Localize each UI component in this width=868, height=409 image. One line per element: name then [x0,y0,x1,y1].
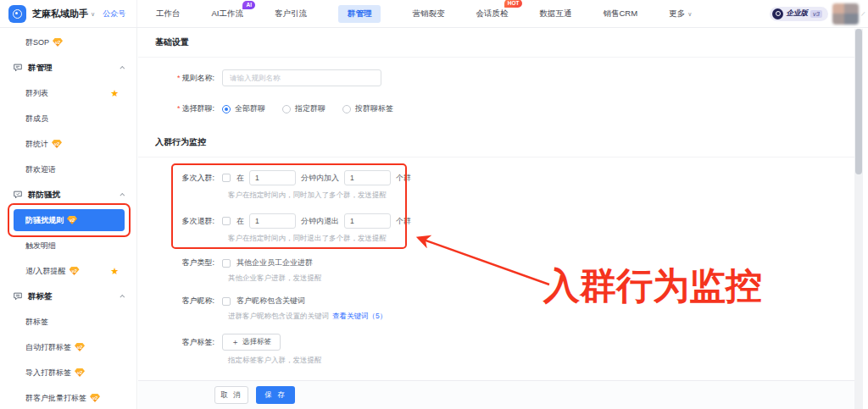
user-avatar[interactable] [832,3,859,25]
group-select-row: *选择群聊: 全部群聊 指定群聊 按群聊标签 [155,103,854,114]
version-badge: v3 [810,10,822,18]
favorite-star-icon[interactable] [110,89,119,98]
v2-gem-badge: v2 [75,343,85,351]
brand-area[interactable]: 芝麻私域助手 ∨ 公众号 [0,0,137,27]
form-footer: 取 消 保 存 [138,380,854,409]
v2-gem-badge: v2 [75,368,85,377]
nav-workbench[interactable]: 工作台 [156,5,181,23]
scrollbar-track[interactable] [854,29,863,409]
enterprise-logo-icon [772,8,783,19]
sidebar-item-auto-tag[interactable]: 自动打群标签v2 [0,334,136,360]
customer-type-help: 其他企业客户进群，发送提醒 [228,274,854,284]
sidebar-item-group-members[interactable]: 群成员 [0,106,136,131]
sidebar-item-group-list[interactable]: 群列表 [0,80,136,106]
nav-customer-acquisition[interactable]: 客户引流 [275,5,307,23]
sidebar-item-anti-harass-rules[interactable]: 防骚扰规则v2 [0,207,136,233]
customer-nickname-group: 客户昵称: 客户昵称包含关键词 进群客户昵称包含设置的关键词查看关键词（5） [155,296,854,322]
sidebar-section-group-anti-harass[interactable]: 群防骚扰 [0,182,136,207]
join-monitor-form: 多次入群: 在 分钟内加入 个群 客户在指定时间内，同时加入了多个群，发送提醒 … [138,158,854,366]
highlighted-rules: 多次入群: 在 分钟内加入 个群 客户在指定时间内，同时加入了多个群，发送提醒 … [155,170,854,244]
sidebar: 群SOPv2 群管理 群列表 群成员 群统计v2 群欢迎语 群防骚扰 防骚扰规则… [0,28,137,409]
chevron-up-icon [120,66,125,71]
app-logo-icon [8,5,26,23]
nav-sales-crm[interactable]: 销售CRM [603,5,637,23]
quit-minutes-input[interactable] [249,213,296,229]
view-keywords-link[interactable]: 查看关键词（5） [332,312,387,320]
customer-tag-group: 客户标签: ＋ 选择标签 指定标签客户入群，发送提醒 [155,334,854,366]
sidebar-item-group-welcome[interactable]: 群欢迎语 [0,157,136,182]
sidebar-item-group-sop[interactable]: 群SOPv2 [0,30,136,55]
customer-nickname-label: 客户昵称: [155,296,214,307]
radio-button[interactable] [342,105,351,113]
basic-settings-form: *规则名称: *选择群聊: 全部群聊 指定群聊 按群聊标签 [138,58,854,128]
chevron-up-icon [120,193,125,198]
customer-tag-label: 客户标签: [155,337,214,348]
nav-ai-workflow[interactable]: AI工作流 AI [212,5,243,23]
radio-by-group-tag[interactable]: 按群聊标签 [342,103,393,114]
sidebar-section-group-tags[interactable]: 群标签 [0,284,136,309]
rule-name-label: *规则名称: [155,73,214,84]
multi-quit-help: 客户在指定时间内，同时退出了多个群，发送提醒 [228,234,854,244]
hot-badge: HOT [504,0,523,8]
sidebar-item-join-leave-reminder[interactable]: 退/入群提醒v2 [0,258,136,284]
radio-specified-groups[interactable]: 指定群聊 [282,103,326,114]
tag-chat-icon [13,291,23,301]
multi-join-checkbox[interactable] [222,174,231,182]
v2-gem-badge: v2 [70,267,80,275]
group-select-label: *选择群聊: [155,103,214,114]
v2-gem-badge: v2 [53,38,63,47]
rule-name-input[interactable] [222,69,381,86]
nav-more[interactable]: 更多∨ [669,5,692,23]
sidebar-item-trigger-details[interactable]: 触发明细 [0,233,136,258]
save-button[interactable]: 保 存 [256,386,295,404]
chat-group-icon [13,63,23,73]
rule-name-row: *规则名称: [155,69,854,86]
app-window: 芝麻私域助手 ∨ 公众号 工作台 AI工作流 AI 客户引流 群管理 营销裂变 … [0,0,868,409]
selected-item-pill[interactable]: 防骚扰规则v2 [14,209,125,231]
customer-tag-help: 指定标签客户入群，发送提醒 [228,356,854,366]
enterprise-badge[interactable]: 企业版 v3 [770,7,827,21]
nav-data-interchange[interactable]: 数据互通 [539,5,571,23]
multi-join-label: 多次入群: [155,173,214,184]
account-type-label[interactable]: 公众号 [103,8,125,19]
multi-quit-label: 多次退群: [155,216,214,227]
sidebar-item-batch-tag[interactable]: 群客户批量打标签v2 [0,385,136,409]
customer-nickname-checkbox[interactable] [222,297,231,306]
v2-gem-badge: v2 [52,140,62,148]
cancel-button[interactable]: 取 消 [214,386,248,404]
sidebar-item-group-stats[interactable]: 群统计v2 [0,131,136,157]
chevron-down-icon: ∨ [687,11,692,17]
favorite-star-icon[interactable] [110,267,119,276]
join-count-input[interactable] [344,170,391,185]
scrollbar-thumb[interactable] [855,29,862,174]
nav-group-management[interactable]: 群管理 [338,5,381,23]
chevron-up-icon [120,295,125,300]
select-tag-button[interactable]: ＋ 选择标签 [222,334,281,351]
app-title: 芝麻私域助手 [32,8,88,20]
main-content: 基础设置 *规则名称: *选择群聊: 全部群聊 指定群聊 按群聊标签 [138,28,854,380]
multi-quit-group: 多次退群: 在 分钟内退出 个群 客户在指定时间内，同时退出了多个群，发送提醒 [155,213,854,244]
customer-type-group: 客户类型: 其他企业员工企业进群 其他企业客户进群，发送提醒 [155,257,854,284]
multi-quit-checkbox[interactable] [222,217,231,225]
quit-count-input[interactable] [344,213,391,229]
radio-all-groups[interactable]: 全部群聊 [222,103,265,114]
customer-nickname-help: 进群客户昵称包含设置的关键词查看关键词（5） [228,312,854,322]
radio-button[interactable] [282,105,291,113]
main-nav: 工作台 AI工作流 AI 客户引流 群管理 营销裂变 会话质检 HOT 数据互通… [156,5,770,23]
top-bar: 芝麻私域助手 ∨ 公众号 工作台 AI工作流 AI 客户引流 群管理 营销裂变 … [0,0,868,28]
multi-join-help: 客户在指定时间内，同时加入了多个群，发送提醒 [228,191,854,201]
section-title-basic-settings: 基础设置 [138,28,854,58]
nav-conversation-qc[interactable]: 会话质检 HOT [476,5,508,23]
sidebar-item-group-tags[interactable]: 群标签 [0,309,136,334]
ai-badge: AI [242,1,255,9]
customer-type-label: 客户类型: [155,257,214,268]
avatar-caret-icon: ∕ [862,10,864,16]
radio-button-checked[interactable] [222,105,231,113]
join-minutes-input[interactable] [249,170,296,185]
nav-marketing-fission[interactable]: 营销裂变 [412,5,444,23]
chevron-down-icon[interactable]: ∨ [91,11,95,18]
customer-type-checkbox[interactable] [222,259,231,268]
sidebar-section-group-manage[interactable]: 群管理 [0,55,136,80]
multi-join-group: 多次入群: 在 分钟内加入 个群 客户在指定时间内，同时加入了多个群，发送提醒 [155,170,854,201]
sidebar-item-import-tag[interactable]: 导入打群标签v2 [0,360,136,385]
